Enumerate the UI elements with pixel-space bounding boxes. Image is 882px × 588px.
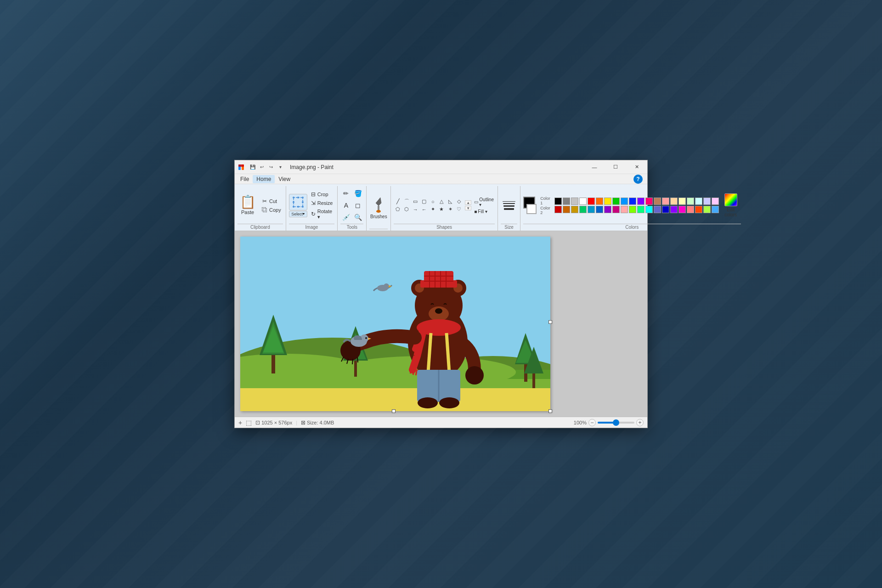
save-quick-btn[interactable]: 💾 [249,163,257,171]
resize-handle-corner[interactable] [548,409,552,413]
edit-colors-button[interactable]: Edit colors [721,192,741,218]
paint-canvas[interactable] [240,237,550,411]
color2-swatch[interactable] [526,204,537,214]
qa-dropdown-btn[interactable]: ▾ [276,163,284,171]
resize-handle-bottom[interactable] [392,409,396,413]
swatch-orange[interactable] [596,198,603,205]
canvas-scroll-area[interactable] [235,231,647,417]
shape-4star[interactable]: ✦ [429,206,437,213]
text-tool[interactable]: A [340,200,351,211]
help-button[interactable]: ? [633,175,643,184]
swatch-darkred[interactable] [554,206,562,213]
magnifier-tool[interactable]: 🔍 [352,212,363,223]
shape-arrow-right[interactable]: → [411,206,419,213]
add-canvas-btn[interactable]: + [238,419,242,426]
swatch-slateblue[interactable] [654,206,661,213]
swatch-magenta[interactable] [678,206,686,213]
close-button[interactable]: ✕ [626,160,647,174]
shape-roundrect[interactable]: ▢ [420,198,428,205]
shape-pentagon[interactable]: ⬠ [394,206,402,213]
size-line-2[interactable] [503,203,515,204]
swatch-light-gray[interactable] [571,198,578,205]
size-line-1[interactable] [503,201,515,202]
swatch-royalblue[interactable] [662,206,669,213]
swatch-dark-blue[interactable] [629,198,636,205]
swatch-extra4[interactable] [712,206,719,213]
minimize-button[interactable]: — [584,160,605,174]
rotate-button[interactable]: ↻ Rotate ▾ [309,208,335,221]
resize-handle-right[interactable] [548,320,552,324]
shapes-scroll-up[interactable]: ▲ [465,200,471,205]
swatch-lightcyan[interactable] [695,198,702,205]
screenshot-btn[interactable]: ⬚ [246,419,252,426]
canvas-image[interactable] [240,237,550,411]
size-line-4[interactable] [504,208,514,210]
swatch-extra1[interactable] [687,206,694,213]
shape-heart[interactable]: ♡ [455,206,463,213]
swatch-coral[interactable] [662,198,669,205]
shape-diamond[interactable]: ◇ [455,198,463,205]
fill-button[interactable]: ■ Fill ▾ [473,209,495,215]
picker-tool[interactable]: 💉 [340,212,351,223]
resize-button[interactable]: ⇲ Resize [309,199,335,207]
select-button[interactable] [289,194,307,210]
swatch-steelblue[interactable] [588,206,595,213]
redo-quick-btn[interactable]: ↪ [267,163,275,171]
swatch-darkorange[interactable] [563,206,570,213]
maximize-button[interactable]: ☐ [605,160,626,174]
shape-righttriangle[interactable]: ◺ [446,198,454,205]
shapes-scroll-down[interactable]: ▼ [465,206,471,210]
swatch-extra3[interactable] [703,206,711,213]
swatch-purple[interactable] [637,198,645,205]
eraser-tool[interactable]: ◻ [352,200,363,211]
swatch-mint[interactable] [637,206,645,213]
swatch-black[interactable] [554,198,562,205]
swatch-white[interactable] [579,198,587,205]
swatch-blue[interactable] [621,198,628,205]
swatch-red[interactable] [588,198,595,205]
cut-button[interactable]: ✂ Cut [260,197,283,205]
shape-hexagon[interactable]: ⬡ [402,206,411,213]
size-line-3[interactable] [503,205,514,207]
menu-home[interactable]: Home [253,175,275,183]
shape-curve[interactable]: ⌒ [402,198,411,205]
brushes-button[interactable]: Brushes [369,197,388,220]
shape-triangle[interactable]: △ [437,198,446,205]
swatch-peach[interactable] [670,198,678,205]
swatch-salmon[interactable] [621,206,628,213]
pencil-tool[interactable]: ✏ [340,188,351,199]
swatch-green[interactable] [612,198,620,205]
swatch-navy[interactable] [596,206,603,213]
zoom-slider[interactable] [598,422,634,424]
swatch-violet[interactable] [604,206,611,213]
fill-tool[interactable]: 🪣 [352,188,363,199]
shape-rect[interactable]: ▭ [411,198,419,205]
copy-button[interactable]: ⿻ Copy [260,206,283,214]
menu-view[interactable]: View [275,175,294,183]
swatch-brown[interactable] [654,198,661,205]
shape-6star[interactable]: ✶ [446,206,454,213]
undo-quick-btn[interactable]: ↩ [258,163,266,171]
paste-button[interactable]: 📋 Paste [237,193,258,217]
menu-file[interactable]: File [237,175,253,183]
swatch-pink[interactable] [645,198,653,205]
zoom-slider-thumb[interactable] [613,419,619,426]
swatch-lightgreen[interactable] [687,198,694,205]
swatch-rose[interactable] [612,206,620,213]
zoom-out-button[interactable]: − [588,419,596,426]
swatch-lime[interactable] [629,206,636,213]
swatch-extra2[interactable] [695,206,702,213]
swatch-cyan[interactable] [645,206,653,213]
shape-ellipse[interactable]: ○ [429,198,437,205]
swatch-lightyellow[interactable] [678,198,686,205]
swatch-darkgreen[interactable] [579,206,587,213]
swatch-indigo[interactable] [670,206,678,213]
select-dropdown-btn[interactable]: Select ▾ [289,211,307,217]
swatch-gold[interactable] [571,206,578,213]
shape-5star[interactable]: ★ [437,206,446,213]
swatch-yellow[interactable] [604,198,611,205]
swatch-lightblue[interactable] [703,198,711,205]
shape-line[interactable]: ╱ [394,198,402,205]
outline-button[interactable]: ▭ Outline ▾ [473,197,495,208]
crop-button[interactable]: ⊟ Crop [309,190,335,198]
